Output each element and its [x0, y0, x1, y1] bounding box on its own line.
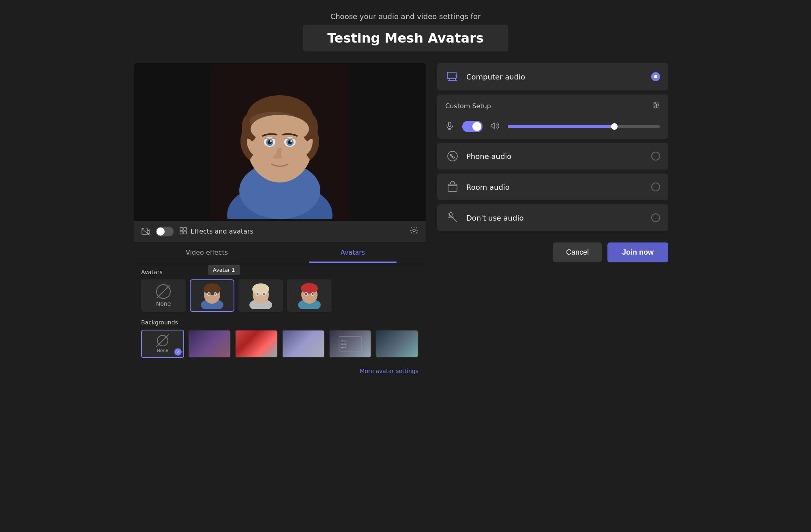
effects-avatars-label: Effects and avatars [191, 227, 253, 235]
room-audio-option[interactable]: Room audio [437, 174, 668, 200]
svg-text:▪▪▪▪: ▪▪▪▪ [341, 343, 346, 345]
left-panel: Effects and avatars Video effects Avatar… [134, 63, 426, 377]
backgrounds-section-label: Backgrounds [141, 319, 418, 326]
camera-off-icon[interactable] [141, 227, 150, 236]
effects-icon [179, 227, 187, 236]
avatar-none-thumb[interactable]: None [141, 279, 186, 312]
bg-5-thumb[interactable] [375, 330, 418, 358]
bg-none-icon [157, 335, 168, 346]
avatar-1-thumb[interactable] [190, 279, 234, 312]
bg-2-thumb[interactable] [235, 330, 278, 358]
avatar-tooltip: Avatar 1 [208, 265, 240, 275]
svg-point-46 [312, 293, 314, 295]
avatars-section: Avatars Avatar 1 None [134, 263, 426, 364]
phone-audio-label: Phone audio [466, 152, 645, 161]
custom-setup-panel: Custom Setup [437, 94, 668, 139]
avatar-2-thumb[interactable] [238, 279, 283, 312]
svg-point-56 [657, 104, 659, 106]
svg-point-25 [413, 229, 415, 232]
svg-text:▪▪▪▪: ▪▪▪▪ [341, 346, 346, 348]
bg-3-thumb[interactable] [282, 330, 325, 358]
svg-rect-58 [448, 122, 451, 127]
avatar-display [134, 63, 426, 221]
phone-audio-option[interactable]: Phone audio [437, 143, 668, 169]
room-audio-radio[interactable] [651, 182, 660, 191]
avatar-grid: Avatar 1 None [141, 279, 418, 312]
header: Choose your audio and video settings for… [303, 12, 508, 51]
header-title: Testing Mesh Avatars [327, 30, 484, 46]
svg-rect-21 [180, 227, 183, 230]
computer-audio-option[interactable]: Computer audio [437, 63, 668, 90]
video-controls-bar: Effects and avatars [134, 221, 426, 242]
svg-rect-51 [447, 72, 456, 79]
tab-video-effects[interactable]: Video effects [134, 242, 280, 263]
tab-avatars[interactable]: Avatars [280, 242, 426, 263]
svg-text:▪▪▪▪: ▪▪▪▪ [341, 339, 346, 342]
bg-selected-check: ✓ [174, 348, 182, 356]
bg-1-thumb[interactable] [188, 330, 231, 358]
no-audio-option[interactable]: Don't use audio [437, 204, 668, 231]
phone-audio-radio[interactable] [651, 152, 660, 161]
settings-icon[interactable] [410, 226, 418, 237]
svg-point-61 [448, 151, 457, 161]
svg-point-45 [305, 293, 307, 295]
none-icon [156, 284, 171, 299]
svg-point-32 [215, 293, 217, 295]
bg-none-label: None [157, 348, 168, 353]
svg-point-31 [208, 293, 210, 295]
equalizer-icon[interactable] [652, 101, 660, 111]
svg-point-55 [654, 102, 656, 104]
svg-rect-22 [184, 227, 187, 230]
camera-toggle[interactable] [156, 227, 174, 236]
action-buttons: Cancel Join now [437, 242, 668, 262]
svg-point-57 [655, 106, 657, 108]
backgrounds-grid: None ✓ [141, 330, 418, 358]
svg-point-28 [204, 283, 221, 295]
room-audio-label: Room audio [466, 183, 645, 191]
mic-toggle[interactable] [462, 121, 483, 132]
main-content: Effects and avatars Video effects Avatar… [134, 63, 677, 377]
tabs-panel: Video effects Avatars Avatars Avatar 1 N… [134, 242, 426, 377]
no-audio-label: Don't use audio [466, 214, 645, 222]
no-audio-radio[interactable] [651, 213, 660, 222]
cancel-button[interactable]: Cancel [553, 242, 602, 262]
no-audio-icon [445, 212, 460, 224]
microphone-icon [445, 121, 454, 132]
svg-point-35 [252, 283, 269, 295]
bg-none-thumb[interactable]: None ✓ [141, 330, 184, 358]
svg-rect-24 [184, 231, 187, 234]
avatars-section-label: Avatars [141, 269, 418, 275]
svg-point-38 [257, 293, 259, 295]
computer-audio-label: Computer audio [466, 73, 645, 81]
bg-4-thumb[interactable]: ▪▪▪▪ ▪▪▪▪ ▪▪▪▪ [329, 330, 372, 358]
custom-setup-label: Custom Setup [445, 102, 491, 110]
speaker-icon [491, 121, 500, 132]
svg-point-42 [301, 283, 318, 294]
right-panel: Computer audio Custom Setup [437, 63, 668, 377]
join-now-button[interactable]: Join now [607, 242, 668, 262]
svg-rect-23 [180, 231, 183, 234]
header-subtitle: Choose your audio and video settings for [303, 12, 508, 21]
svg-rect-62 [448, 184, 457, 191]
tabs-row: Video effects Avatars [134, 242, 426, 263]
avatar-none-label: None [156, 300, 171, 307]
room-audio-icon [445, 181, 460, 193]
computer-audio-radio[interactable] [651, 72, 660, 81]
svg-point-17 [270, 140, 272, 142]
svg-point-18 [290, 140, 292, 142]
avatar-3-thumb[interactable] [287, 279, 332, 312]
svg-point-39 [263, 293, 265, 295]
more-avatar-settings-link[interactable]: More avatar settings [134, 364, 426, 377]
video-preview [134, 63, 426, 221]
header-title-box: Testing Mesh Avatars [303, 25, 508, 51]
volume-slider[interactable] [508, 125, 660, 128]
phone-audio-icon [445, 150, 460, 162]
svg-point-10 [251, 115, 309, 143]
computer-audio-icon [445, 70, 460, 83]
